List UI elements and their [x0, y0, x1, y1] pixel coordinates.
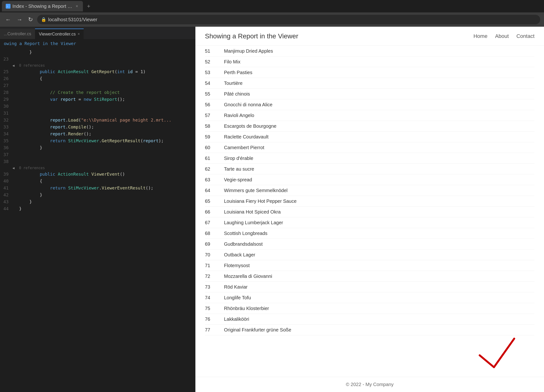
nav-link-home[interactable]: Home — [473, 33, 488, 39]
code-line: ◀ 0 references — [0, 165, 195, 171]
report-row-num: 54 — [205, 81, 224, 86]
code-line: 32 report.Load("e:\\Dynamical page heigh… — [0, 117, 195, 124]
report-row: 55 Pâté chinois — [205, 89, 534, 99]
report-wrapper: 51 Manjimup Dried Apples 52 Filo Mix 53 … — [195, 46, 544, 377]
report-row-name: Wimmers gute Semmelknödel — [224, 188, 288, 193]
vscode-tab-close-button[interactable]: × — [78, 32, 80, 36]
report-row-num: 57 — [205, 113, 224, 118]
code-line: 41 return StiMvcViewer.ViewerEventResult… — [0, 185, 195, 192]
code-line: 28 // Create the report object — [0, 89, 195, 96]
report-row-name: Raclette Courdavault — [224, 134, 269, 140]
report-row-num: 55 — [205, 91, 224, 97]
vscode-breadcrumb: owing a Report in the Viewer — [0, 39, 195, 48]
new-tab-button[interactable]: + — [84, 1, 93, 11]
report-row: 51 Manjimup Dried Apples — [205, 46, 534, 56]
report-row-num: 74 — [205, 295, 224, 301]
report-row-name: Scottish Longbreads — [224, 231, 267, 236]
report-row: 74 Longlife Tofu — [205, 292, 534, 303]
report-row: 75 Rhönbräu Klosterbier — [205, 303, 534, 314]
report-row-num: 64 — [205, 188, 224, 193]
back-button[interactable]: ← — [4, 15, 12, 24]
report-row: 60 Camembert Pierrot — [205, 142, 534, 153]
site-title: Showing a Report in the Viewer — [205, 32, 298, 40]
code-line: 39 public ActionResult ViewerEvent() — [0, 171, 195, 178]
code-line: 34 report.Render(); — [0, 131, 195, 137]
nav-link-about[interactable]: About — [495, 33, 509, 39]
report-row-name: Tarte au sucre — [224, 166, 254, 172]
nav-bar: ← → ↻ 🔒 localhost:53101/Viewer — [0, 12, 544, 27]
code-line: 42 } — [0, 192, 195, 198]
site-nav: Showing a Report in the Viewer Home Abou… — [195, 27, 544, 46]
report-row-num: 52 — [205, 59, 224, 65]
code-line: 38 — [0, 158, 195, 165]
report-row-name: Perth Pasties — [224, 70, 252, 75]
report-row-num: 66 — [205, 209, 224, 215]
nav-link-contact[interactable]: Contact — [516, 33, 534, 39]
report-rows: 51 Manjimup Dried Apples 52 Filo Mix 53 … — [205, 46, 534, 335]
report-row: 52 Filo Mix — [205, 56, 534, 67]
report-row: 63 Vegie-spread — [205, 174, 534, 185]
tab-close-button[interactable]: × — [75, 3, 79, 9]
code-line: 43 } — [0, 198, 195, 205]
browser-chrome: i Index - Showing a Report in the × + ← … — [0, 0, 544, 27]
code-line: } — [0, 49, 195, 56]
code-line: 29 var report = new StiReport(); — [0, 96, 195, 103]
report-row-name: Flotemysost — [224, 263, 250, 268]
report-table-container: 51 Manjimup Dried Apples 52 Filo Mix 53 … — [195, 46, 544, 377]
report-row-num: 68 — [205, 231, 224, 236]
report-row: 58 Escargots de Bourgogne — [205, 121, 534, 131]
report-row: 56 Gnocchi di nonna Alice — [205, 99, 534, 110]
report-row: 72 Mozzarella di Giovanni — [205, 271, 534, 282]
svg-text:i: i — [7, 5, 8, 8]
report-row-num: 67 — [205, 220, 224, 226]
report-row-num: 51 — [205, 48, 224, 54]
tab-favicon: i — [6, 4, 11, 9]
active-tab[interactable]: i Index - Showing a Report in the × — [2, 1, 83, 12]
report-row: 66 Louisiana Hot Spiced Okra — [205, 207, 534, 217]
report-row-num: 56 — [205, 102, 224, 107]
report-row-name: Original Frankfurter grüne Soße — [224, 327, 291, 333]
main-area: ...Controller.cs ViewerController.cs × o… — [0, 27, 544, 392]
reload-button[interactable]: ↻ — [27, 15, 34, 24]
report-row-num: 76 — [205, 316, 224, 322]
report-row-name: Sirop d'érable — [224, 156, 253, 161]
report-row-num: 60 — [205, 145, 224, 150]
vscode-tab-label-active: ViewerController.cs — [39, 32, 76, 37]
report-row-name: Gnocchi di nonna Alice — [224, 102, 272, 107]
code-line: 35 return StiMvcViewer.GetReportResult(r… — [0, 137, 195, 144]
vscode-tab-viewer[interactable]: ViewerController.cs × — [35, 29, 84, 39]
report-row-num: 70 — [205, 252, 224, 258]
report-row: 65 Louisiana Fiery Hot Pepper Sauce — [205, 196, 534, 207]
forward-button[interactable]: → — [15, 15, 24, 24]
report-row-name: Escargots de Bourgogne — [224, 124, 276, 129]
footer: © 2022 - My Company — [195, 377, 544, 392]
report-row-name: Gudbrandsdalsost — [224, 241, 263, 247]
report-row-name: Vegie-spread — [224, 177, 252, 183]
report-row: 73 Röd Kaviar — [205, 282, 534, 292]
report-row: 61 Sirop d'érable — [205, 153, 534, 164]
code-line: ◀ 0 references — [0, 63, 195, 68]
report-row: 71 Flotemysost — [205, 260, 534, 271]
footer-text: © 2022 - My Company — [346, 382, 393, 387]
report-row-name: Lakkalikööri — [224, 316, 249, 322]
report-row: 62 Tarte au sucre — [205, 164, 534, 174]
report-row: 76 Lakkalikööri — [205, 314, 534, 325]
code-area: } 23 ◀ 0 references 25 pub — [0, 48, 195, 392]
report-row-name: Manjimup Dried Apples — [224, 48, 273, 54]
report-row-num: 72 — [205, 273, 224, 279]
code-line: 27 — [0, 82, 195, 89]
report-row-num: 59 — [205, 134, 224, 140]
report-row-num: 62 — [205, 166, 224, 172]
vscode-tab-controller[interactable]: ...Controller.cs — [0, 29, 35, 39]
report-row-num: 75 — [205, 306, 224, 311]
report-row-name: Pâté chinois — [224, 91, 250, 97]
report-row-name: Röd Kaviar — [224, 284, 248, 290]
address-bar[interactable]: 🔒 localhost:53101/Viewer — [37, 15, 540, 24]
code-line: 44 } — [0, 205, 195, 212]
code-line: 30 — [0, 103, 195, 110]
code-line: 26 { — [0, 75, 195, 82]
code-line: 40 { — [0, 178, 195, 185]
report-row-name: Mozzarella di Giovanni — [224, 273, 272, 279]
report-row-name: Tourtière — [224, 81, 242, 86]
report-row-name: Louisiana Fiery Hot Pepper Sauce — [224, 198, 297, 204]
